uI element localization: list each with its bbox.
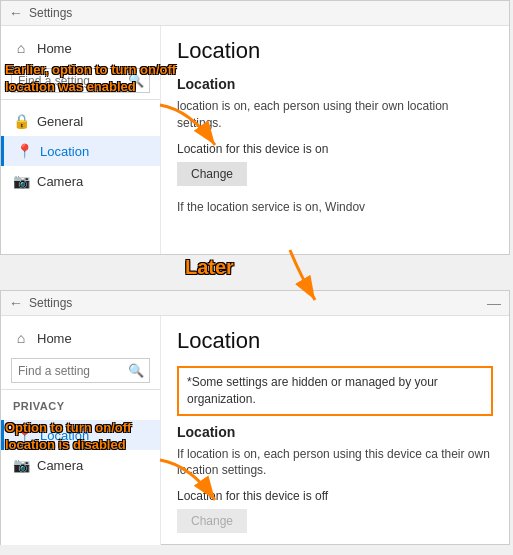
bottom-panel-body: ⌂ Home 🔍 Privacy 📍 Location 📷 Camera Loc… — [1, 316, 509, 545]
top-general-label: General — [37, 114, 83, 129]
bottom-sidebar-divider1 — [1, 389, 160, 390]
top-sidebar-item-location[interactable]: 📍 Location — [1, 136, 160, 166]
top-device-status: Location for this device is on — [177, 142, 493, 156]
top-search-button[interactable]: 🔍 — [122, 69, 150, 92]
bottom-home-icon: ⌂ — [13, 330, 29, 346]
general-icon: 🔒 — [13, 113, 29, 129]
bottom-camera-icon: 📷 — [13, 457, 29, 473]
bottom-panel: ← Settings — ⌂ Home 🔍 Privacy 📍 Location… — [0, 290, 510, 545]
minimize-icon: — — [487, 295, 501, 311]
bottom-search-input[interactable] — [12, 360, 122, 382]
back-icon: ← — [9, 5, 23, 21]
bottom-change-button: Change — [177, 509, 247, 533]
bottom-settings-label: Settings — [29, 296, 72, 310]
top-home-label: Home — [37, 41, 72, 56]
bottom-sidebar-item-camera[interactable]: 📷 Camera — [1, 450, 160, 480]
top-panel: ← Settings ⌂ Home 🔍 🔒 General 📍 Location — [0, 0, 510, 255]
top-change-button[interactable]: Change — [177, 162, 247, 186]
top-camera-label: Camera — [37, 174, 83, 189]
top-search-input[interactable] — [12, 70, 122, 92]
bottom-main-title: Location — [177, 328, 493, 354]
bottom-warning-box: *Some settings are hidden or managed by … — [177, 366, 493, 416]
top-section-title: Location — [177, 76, 493, 92]
bottom-back-icon: ← — [9, 295, 23, 311]
bottom-settings-bar: ← Settings — — [1, 291, 509, 316]
top-settings-label: Settings — [29, 6, 72, 20]
bottom-device-status: Location for this device is off — [177, 489, 493, 503]
bottom-search-box[interactable]: 🔍 — [11, 358, 150, 383]
bottom-search-button[interactable]: 🔍 — [122, 359, 150, 382]
bottom-section-desc: If location is on, each person using thi… — [177, 446, 493, 480]
bottom-camera-label: Camera — [37, 458, 83, 473]
top-settings-bar: ← Settings — [1, 1, 509, 26]
bottom-sidebar-item-location[interactable]: 📍 Location — [1, 420, 160, 450]
bottom-privacy-label: Privacy — [1, 396, 160, 416]
top-main-title: Location — [177, 38, 493, 64]
top-sidebar: ⌂ Home 🔍 🔒 General 📍 Location 📷 Camera — [1, 26, 161, 254]
top-sidebar-divider — [1, 99, 160, 100]
top-main-content: Location Location location is on, each p… — [161, 26, 509, 254]
top-sidebar-item-general[interactable]: 🔒 General — [1, 106, 160, 136]
top-info-text: If the location service is on, Windov — [177, 200, 493, 214]
top-panel-body: ⌂ Home 🔍 🔒 General 📍 Location 📷 Camera — [1, 26, 509, 254]
bottom-home-label: Home — [37, 331, 72, 346]
bottom-main-content: Location *Some settings are hidden or ma… — [161, 316, 509, 545]
top-search-box[interactable]: 🔍 — [11, 68, 150, 93]
top-sidebar-home[interactable]: ⌂ Home — [1, 34, 160, 62]
top-sidebar-item-camera[interactable]: 📷 Camera — [1, 166, 160, 196]
home-icon: ⌂ — [13, 40, 29, 56]
bottom-location-label: Location — [40, 428, 89, 443]
top-section-desc: location is on, each person using their … — [177, 98, 493, 132]
later-label: Later — [185, 256, 234, 279]
bottom-sidebar: ⌂ Home 🔍 Privacy 📍 Location 📷 Camera — [1, 316, 161, 545]
bottom-sidebar-home[interactable]: ⌂ Home — [1, 324, 160, 352]
bottom-location-icon: 📍 — [16, 427, 32, 443]
bottom-section-title: Location — [177, 424, 493, 440]
top-camera-icon: 📷 — [13, 173, 29, 189]
top-location-label: Location — [40, 144, 89, 159]
top-location-icon: 📍 — [16, 143, 32, 159]
